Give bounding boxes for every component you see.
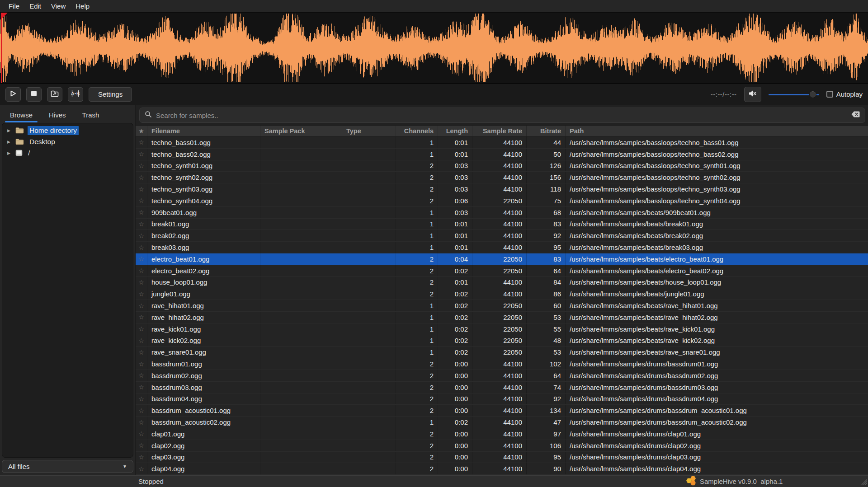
header-type[interactable]: Type — [342, 126, 396, 136]
favorite-star-icon[interactable]: ☆ — [136, 242, 147, 253]
favorite-star-icon[interactable]: ☆ — [136, 428, 147, 440]
autoplay-checkbox[interactable] — [826, 91, 833, 98]
table-row[interactable]: ☆bassdrum_acoustic02.ogg10:024410047/usr… — [136, 417, 868, 428]
play-button[interactable] — [5, 87, 21, 102]
tree-item[interactable]: ▶ Desktop — [2, 136, 133, 147]
header-length[interactable]: Length — [438, 126, 472, 136]
table-row[interactable]: ☆techno_bass02.ogg10:014410050/usr/share… — [136, 149, 868, 160]
loop-sample-button[interactable] — [47, 87, 62, 102]
favorite-star-icon[interactable]: ☆ — [136, 382, 147, 393]
tab-trash[interactable]: Trash — [74, 107, 108, 123]
search-input[interactable] — [156, 112, 847, 119]
table-row[interactable]: ☆rave_hihat01.ogg10:022205060/usr/share/… — [136, 300, 868, 312]
table-row[interactable]: ☆electro_beat02.ogg20:022205064/usr/shar… — [136, 265, 868, 277]
favorite-star-icon[interactable]: ☆ — [136, 230, 147, 241]
menu-item-edit[interactable]: Edit — [24, 1, 46, 11]
table-row[interactable]: ☆clap02.ogg20:0044100106/usr/share/lmms/… — [136, 440, 868, 452]
favorite-star-icon[interactable]: ☆ — [136, 452, 147, 463]
menu-item-view[interactable]: View — [46, 1, 71, 11]
favorite-star-icon[interactable]: ☆ — [136, 183, 147, 195]
table-row[interactable]: ☆electro_beat01.ogg20:042205083/usr/shar… — [136, 253, 868, 265]
file-filter-dropdown[interactable]: All files ▼ — [2, 460, 133, 473]
favorite-star-icon[interactable]: ☆ — [136, 358, 147, 370]
mute-button[interactable] — [744, 87, 761, 102]
table-row[interactable]: ☆techno_synth02.ogg20:0344100156/usr/sha… — [136, 172, 868, 183]
favorite-star-icon[interactable]: ☆ — [136, 300, 147, 311]
favorite-star-icon[interactable]: ☆ — [136, 440, 147, 451]
table-row[interactable]: ☆break01.ogg10:014410083/usr/share/lmms/… — [136, 219, 868, 230]
expander-icon[interactable]: ▶ — [7, 128, 15, 133]
header-path[interactable]: Path — [566, 126, 868, 136]
expander-icon[interactable]: ▶ — [7, 151, 15, 155]
tab-hives[interactable]: Hives — [41, 107, 74, 123]
favorite-star-icon[interactable]: ☆ — [136, 335, 147, 347]
favorite-star-icon[interactable]: ☆ — [136, 288, 147, 300]
table-row[interactable]: ☆rave_hihat02.ogg10:022205053/usr/share/… — [136, 312, 868, 323]
table-row[interactable]: ☆break03.ogg10:014410095/usr/share/lmms/… — [136, 242, 868, 253]
menu-item-help[interactable]: Help — [71, 1, 94, 11]
table-row[interactable]: ☆rave_kick02.ogg10:022205048/usr/share/l… — [136, 335, 868, 347]
favorite-star-icon[interactable]: ☆ — [136, 195, 147, 206]
favorite-star-icon[interactable]: ☆ — [136, 137, 147, 148]
favorite-star-icon[interactable]: ☆ — [136, 172, 147, 183]
cell-sample-rate: 22050 — [472, 323, 527, 335]
header-sample-rate[interactable]: Sample Rate — [472, 126, 527, 136]
table-row[interactable]: ☆bassdrum_acoustic01.ogg20:0044100134/us… — [136, 405, 868, 417]
table-row[interactable]: ☆clap04.ogg20:004410090/usr/share/lmms/s… — [136, 463, 868, 475]
header-channels[interactable]: Channels — [396, 126, 438, 136]
favorite-star-icon[interactable]: ☆ — [136, 219, 147, 230]
favorite-star-icon[interactable]: ☆ — [136, 265, 147, 276]
table-row[interactable]: ☆break02.ogg10:014410092/usr/share/lmms/… — [136, 230, 868, 242]
waveform-panel[interactable] — [0, 12, 868, 84]
table-row[interactable]: ☆bassdrum01.ogg20:0044100102/usr/share/l… — [136, 358, 868, 370]
table-row[interactable]: ☆techno_bass01.ogg10:014410044/usr/share… — [136, 137, 868, 149]
cell-channels: 2 — [396, 195, 438, 206]
header-filename[interactable]: Filename — [147, 126, 260, 136]
search-bar[interactable] — [139, 108, 865, 123]
resize-grip[interactable] — [859, 477, 867, 486]
table-row[interactable]: ☆techno_synth01.ogg20:0344100126/usr/sha… — [136, 160, 868, 172]
favorite-star-icon[interactable]: ☆ — [136, 370, 147, 381]
table-row[interactable]: ☆bassdrum03.ogg20:004410074/usr/share/lm… — [136, 382, 868, 393]
favorite-star-icon[interactable]: ☆ — [136, 312, 147, 323]
header-favorite-star-icon[interactable]: ★ — [136, 126, 147, 136]
table-row[interactable]: ☆clap01.ogg20:004410097/usr/share/lmms/s… — [136, 428, 868, 440]
table-row[interactable]: ☆rave_snare01.ogg10:022205053/usr/share/… — [136, 347, 868, 358]
tab-browse[interactable]: Browse — [2, 107, 41, 123]
table-row[interactable]: ☆clap03.ogg20:004410095/usr/share/lmms/s… — [136, 452, 868, 464]
table-row[interactable]: ☆jungle01.ogg20:024410086/usr/share/lmms… — [136, 288, 868, 300]
loop-ab-button[interactable]: A B — [68, 87, 83, 102]
cell-bitrate: 50 — [527, 149, 566, 160]
table-row[interactable]: ☆bassdrum02.ogg20:004410064/usr/share/lm… — [136, 370, 868, 382]
favorite-star-icon[interactable]: ☆ — [136, 207, 147, 218]
header-bitrate[interactable]: Bitrate — [527, 126, 566, 136]
favorite-star-icon[interactable]: ☆ — [136, 417, 147, 428]
table-row[interactable]: ☆house_loop01.ogg20:014410084/usr/share/… — [136, 277, 868, 289]
table-row[interactable]: ☆909beat01.ogg10:034410068/usr/share/lmm… — [136, 207, 868, 219]
tree-item[interactable]: ▶ / — [2, 147, 133, 159]
favorite-star-icon[interactable]: ☆ — [136, 405, 147, 416]
playhead-marker[interactable] — [1, 13, 2, 83]
settings-button[interactable]: Settings — [89, 87, 132, 102]
cell-path: /usr/share/lmms/samples/bassloops/techno… — [566, 183, 868, 195]
favorite-star-icon[interactable]: ☆ — [136, 323, 147, 335]
tree-item[interactable]: ▶ Home directory — [2, 125, 133, 136]
volume-slider[interactable] — [769, 90, 819, 98]
stop-button[interactable] — [26, 87, 42, 102]
table-row[interactable]: ☆techno_synth04.ogg20:062205075/usr/shar… — [136, 195, 868, 207]
clear-search-icon[interactable] — [851, 111, 860, 119]
table-row[interactable]: ☆bassdrum04.ogg20:004410092/usr/share/lm… — [136, 393, 868, 405]
expander-icon[interactable]: ▶ — [7, 140, 15, 144]
header-sample-pack[interactable]: Sample Pack — [260, 126, 342, 136]
favorite-star-icon[interactable]: ☆ — [136, 160, 147, 172]
favorite-star-icon[interactable]: ☆ — [136, 149, 147, 160]
favorite-star-icon[interactable]: ☆ — [136, 277, 147, 288]
favorite-star-icon[interactable]: ☆ — [136, 393, 147, 405]
volume-slider-knob[interactable] — [809, 91, 816, 98]
favorite-star-icon[interactable]: ☆ — [136, 253, 147, 265]
table-row[interactable]: ☆rave_kick01.ogg10:022205055/usr/share/l… — [136, 323, 868, 335]
favorite-star-icon[interactable]: ☆ — [136, 347, 147, 358]
favorite-star-icon[interactable]: ☆ — [136, 463, 147, 474]
menu-item-file[interactable]: File — [4, 1, 24, 11]
table-row[interactable]: ☆techno_synth03.ogg20:0344100118/usr/sha… — [136, 183, 868, 195]
